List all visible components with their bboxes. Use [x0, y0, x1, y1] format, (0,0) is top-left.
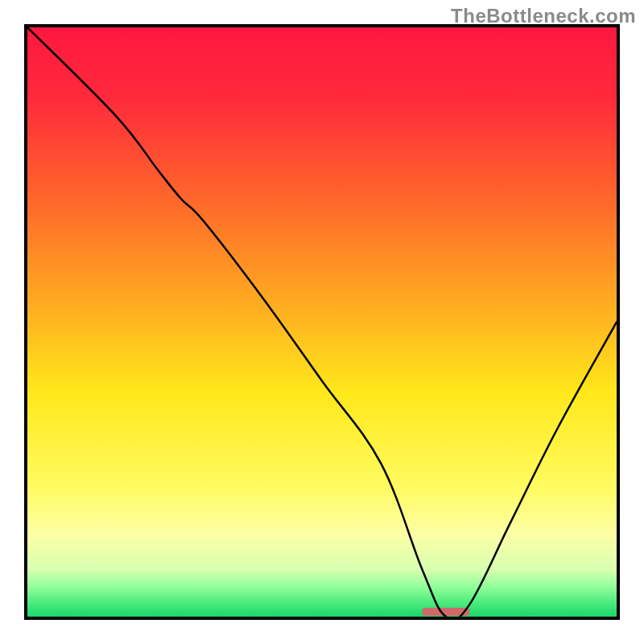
chart-container: TheBottleneck.com — [0, 0, 644, 644]
plot-svg — [27, 27, 617, 617]
plot-area — [24, 24, 620, 620]
